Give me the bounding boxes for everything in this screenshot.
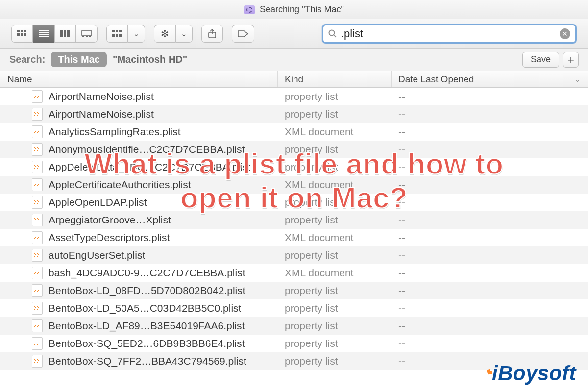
file-kind: XML document [278,179,392,191]
table-row[interactable]: AppleOpenLDAP.plistproperty list-- [0,194,588,211]
table-row[interactable]: AirportNameNoise.plistproperty list-- [0,88,588,105]
file-kind: property list [278,355,392,367]
search-input[interactable] [341,27,556,40]
gear-icon: ✻ [161,28,169,40]
svg-rect-5 [24,33,26,36]
column-date[interactable]: Date Last Opened ⌄ [392,71,588,87]
svg-rect-22 [119,34,122,37]
view-gallery-button[interactable] [76,25,98,43]
file-kind: property list [278,91,392,102]
table-row[interactable]: ArpeggiatorGroove…Xplistproperty list-- [0,211,588,229]
file-name: autoEngUserSet.plist [49,249,145,261]
plist-file-icon [32,125,43,138]
file-name: BentoBox-LD_08FD…5D70D802B042.plist [49,285,245,296]
table-row[interactable]: AssetTypeDescriptors.plistXML document-- [0,229,588,246]
search-scope-bar: Search: This Mac "Macintosh HD" Save ＋ [0,49,588,71]
file-date: -- [392,108,588,120]
action-group: ✻ ⌄ [154,25,193,43]
plist-file-icon [32,337,43,350]
table-row[interactable]: AppleCertificateAuthorities.plistXML doc… [0,176,588,194]
file-date: -- [392,267,588,279]
file-name: AnonymousIdentifie…C2C7D7CEBBA.plist [49,144,245,155]
table-row[interactable]: BentoBox-LD_08FD…5D70D802B042.plistprope… [0,282,588,299]
group-by-group: ⌄ [106,25,145,43]
column-name[interactable]: Name [0,71,278,87]
file-date: -- [392,320,588,332]
file-name: BentoBox-SQ_7FF2…BBA43C794569.plist [49,355,246,367]
file-kind: property list [278,214,392,226]
action-menu-button[interactable]: ✻ [154,25,175,43]
file-kind: XML document [278,267,392,279]
results-list: AirportNameNoise.plistproperty list--Air… [0,88,588,392]
group-by-dropdown[interactable]: ⌄ [128,25,145,43]
file-name: AirportNameNoise.plist [49,108,154,120]
view-icon-button[interactable] [11,25,33,43]
group-by-button[interactable] [106,25,128,43]
file-date: -- [392,161,588,173]
svg-rect-3 [17,33,20,36]
file-kind: property list [278,320,392,332]
svg-rect-8 [39,34,49,35]
svg-rect-19 [119,30,122,32]
svg-rect-12 [67,30,70,37]
group-icon [112,30,122,38]
table-row[interactable]: BentoBox-SQ_5ED2…6DB9B3BB6E4.plistproper… [0,335,588,352]
chevron-down-icon: ⌄ [133,29,140,38]
plist-file-icon [32,355,43,368]
file-kind: property list [278,249,392,261]
tags-button[interactable] [232,25,254,43]
view-list-button[interactable] [33,25,54,43]
svg-rect-4 [21,33,23,36]
table-row[interactable]: AirportNameNoise.plistproperty list-- [0,105,588,123]
svg-rect-18 [116,30,118,32]
file-name: AssetTypeDescriptors.plist [49,232,170,244]
list-icon [39,30,49,37]
table-row[interactable]: bash_4DC9ADC0-9…C2C7D7CEBBA.plistXML doc… [0,264,588,282]
watermark-accent-icon [487,369,492,375]
svg-rect-16 [89,36,91,37]
action-menu-dropdown[interactable]: ⌄ [175,25,193,43]
tag-icon [237,30,249,38]
file-name: ArpeggiatorGroove…Xplist [49,214,171,226]
clear-search-button[interactable]: ✕ [560,28,570,39]
table-row[interactable]: AnonymousIdentifie…C2C7D7CEBBA.plistprop… [0,141,588,158]
plist-file-icon [32,214,43,226]
table-row[interactable]: AppDeleteData_4DC…C2C7D7CEBBA.plistprope… [0,158,588,176]
svg-rect-15 [86,36,88,37]
svg-rect-20 [112,34,115,37]
plist-file-icon [32,196,43,209]
plist-file-icon [32,231,43,244]
file-name: BentoBox-LD_AF89…B3E54019FAA6.plist [49,320,245,332]
view-column-button[interactable] [54,25,76,43]
table-row[interactable]: AnalyticsSamplingRates.plistXML document… [0,123,588,141]
svg-rect-0 [17,30,20,32]
share-icon [208,29,217,39]
plist-file-icon [32,302,43,315]
plist-file-icon [32,143,43,156]
svg-point-24 [329,30,335,35]
search-field[interactable]: ✕ [322,24,577,44]
scope-this-mac[interactable]: This Mac [51,52,107,67]
add-criteria-button[interactable]: ＋ [563,52,579,68]
file-kind: property list [278,285,392,296]
svg-rect-21 [116,34,118,37]
plist-file-icon [32,161,43,173]
gallery-icon [81,30,92,37]
file-name: AnalyticsSamplingRates.plist [49,126,181,138]
table-row[interactable]: autoEngUserSet.plistproperty list-- [0,246,588,264]
file-date: -- [392,126,588,138]
scope-macintosh-hd[interactable]: "Macintosh HD" [113,54,187,65]
table-row[interactable]: BentoBox-LD_AF89…B3E54019FAA6.plistprope… [0,317,588,335]
plist-file-icon [32,90,43,103]
save-search-button[interactable]: Save [522,52,559,68]
table-row[interactable]: BentoBox-LD_50A5…C03D42BB5C0.plistproper… [0,299,588,317]
svg-rect-10 [60,30,63,37]
file-date: -- [392,232,588,244]
search-icon [328,29,337,38]
file-name: BentoBox-SQ_5ED2…6DB9B3BB6E4.plist [49,338,245,349]
share-button[interactable] [201,25,223,43]
file-kind: property list [278,196,392,208]
file-kind: XML document [278,126,392,138]
column-kind[interactable]: Kind [278,71,392,87]
plist-file-icon [32,108,43,121]
